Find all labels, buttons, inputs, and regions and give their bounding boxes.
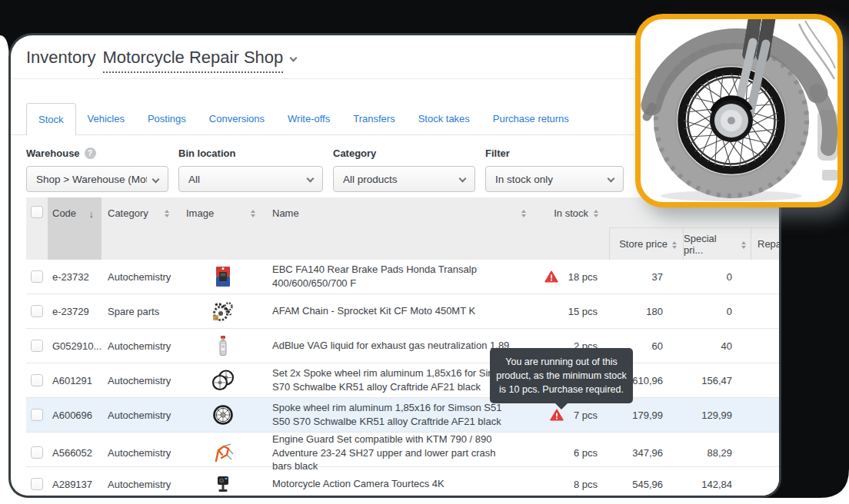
tab-vehicles[interactable]: Vehicles bbox=[76, 103, 136, 134]
cell-special-price: 40 bbox=[683, 329, 751, 363]
column-header-image[interactable]: Image bbox=[180, 197, 266, 260]
sort-icon bbox=[594, 210, 598, 217]
table-row[interactable]: A600696 Autochemistry Spoke wheel rim al… bbox=[26, 398, 779, 433]
cell-code: e-23729 bbox=[48, 294, 102, 328]
cell-repair-price bbox=[751, 329, 779, 363]
dropdown-value: Shop > Warehouse (Moto) bbox=[36, 174, 147, 185]
row-select-cell bbox=[26, 363, 48, 397]
page-background: Inventory Motorcycle Repair Shop StockVe… bbox=[0, 0, 849, 504]
hub bbox=[710, 98, 753, 142]
row-select-cell bbox=[26, 398, 48, 432]
column-label: Name bbox=[272, 207, 299, 219]
table-row[interactable]: A289137 Autochemistry Motorcycle Action … bbox=[26, 467, 779, 496]
sort-icon bbox=[251, 210, 255, 217]
table-row[interactable]: e-23732 Autochemistry EBC FA140 Rear Bra… bbox=[26, 260, 779, 294]
tab-stock-takes[interactable]: Stock takes bbox=[407, 103, 481, 134]
column-header-store-price[interactable]: Store price bbox=[609, 228, 683, 260]
cell-category: Autochemistry bbox=[102, 467, 180, 496]
column-label: Code bbox=[52, 207, 76, 219]
product-photo-callout bbox=[635, 14, 843, 207]
spoke-wheel-icon bbox=[211, 403, 235, 426]
chevron-down-icon bbox=[608, 175, 615, 183]
cell-image bbox=[180, 363, 266, 397]
filter-label: Bin location bbox=[178, 148, 323, 159]
row-checkbox[interactable] bbox=[31, 270, 43, 283]
table-row[interactable]: G052910... Autochemistry AdBlue VAG liqu… bbox=[26, 329, 779, 363]
filter-warehouse: Warehouse?Shop > Warehouse (Moto) bbox=[26, 148, 168, 192]
select-all-checkbox[interactable] bbox=[31, 206, 43, 218]
dropdown-category[interactable]: All products bbox=[333, 166, 475, 192]
row-select-cell bbox=[26, 467, 48, 496]
tab-write-offs[interactable]: Write-offs bbox=[276, 103, 341, 134]
tab-postings[interactable]: Postings bbox=[136, 103, 198, 134]
cell-special-price: 129,99 bbox=[683, 398, 751, 432]
shop-selector[interactable]: Motorcycle Repair Shop bbox=[103, 48, 297, 73]
sort-icon bbox=[672, 241, 677, 249]
filter-bar: Warehouse?Shop > Warehouse (Moto)Bin loc… bbox=[26, 148, 634, 192]
wheel-pair-icon bbox=[211, 369, 235, 392]
row-checkbox[interactable] bbox=[31, 305, 43, 317]
column-header-category[interactable]: Category bbox=[102, 197, 180, 260]
sort-descending-icon: ↓ bbox=[89, 208, 95, 220]
table-row[interactable]: A566052 Autochemistry Engine Guard Set c… bbox=[26, 433, 779, 467]
action-camera-icon bbox=[211, 472, 235, 496]
row-checkbox[interactable] bbox=[31, 374, 43, 386]
table-row[interactable]: A601291 Autochemistry Set 2x Spoke wheel… bbox=[26, 363, 779, 398]
cell-special-price: 156,47 bbox=[683, 363, 751, 397]
cell-code: A600696 bbox=[48, 398, 102, 432]
tab-transfers[interactable]: Transfers bbox=[341, 103, 406, 134]
cell-name: Motorcycle Action Camera Tourtecs 4K bbox=[266, 467, 535, 496]
chevron-down-icon bbox=[152, 175, 160, 183]
column-header-repair-price[interactable]: Repa bbox=[751, 228, 779, 260]
dropdown-filter[interactable]: In stock only bbox=[485, 166, 624, 192]
cell-image bbox=[180, 329, 266, 363]
cell-in-stock: 8 pcs bbox=[535, 467, 609, 496]
brake-pads-icon bbox=[211, 265, 235, 288]
inventory-table: Code ↓ Category Image Name In stock bbox=[26, 197, 779, 496]
row-checkbox[interactable] bbox=[31, 409, 43, 421]
tab-stock[interactable]: Stock bbox=[26, 103, 76, 135]
row-select-cell bbox=[26, 329, 48, 363]
column-header-in-stock[interactable]: In stock bbox=[535, 197, 609, 260]
dropdown-value: All products bbox=[343, 174, 398, 185]
low-stock-warning-icon[interactable] bbox=[550, 409, 564, 421]
column-label: In stock bbox=[554, 207, 588, 219]
column-label: Store price bbox=[619, 238, 668, 250]
cell-store-price: 180 bbox=[609, 294, 683, 328]
cell-code: A601291 bbox=[48, 363, 102, 397]
tab-purchase-returns[interactable]: Purchase returns bbox=[481, 103, 581, 134]
cell-category: Autochemistry bbox=[102, 398, 180, 432]
column-label: Category bbox=[108, 207, 148, 219]
dropdown-warehouse[interactable]: Shop > Warehouse (Moto) bbox=[26, 166, 168, 192]
chain-sprocket-icon bbox=[211, 300, 235, 323]
column-header-name[interactable]: Name bbox=[266, 197, 535, 260]
row-checkbox[interactable] bbox=[31, 478, 43, 490]
chevron-down-icon bbox=[307, 175, 315, 183]
row-checkbox[interactable] bbox=[31, 446, 43, 459]
filter-label: Warehouse? bbox=[26, 148, 168, 159]
tab-conversions[interactable]: Conversions bbox=[198, 103, 276, 134]
column-header-code[interactable]: Code ↓ bbox=[48, 197, 102, 260]
cell-category: Spare parts bbox=[102, 294, 180, 328]
cell-image bbox=[180, 294, 266, 328]
cell-repair-price bbox=[751, 363, 779, 397]
cell-repair-price bbox=[751, 294, 779, 328]
table-row[interactable]: e-23729 Spare parts AFAM Chain - Sprocke… bbox=[26, 294, 779, 329]
adblue-bottle-icon bbox=[211, 334, 235, 357]
column-header-special-price[interactable]: Special pri... bbox=[683, 228, 751, 260]
help-icon[interactable]: ? bbox=[85, 148, 96, 159]
in-stock-value: 8 pcs bbox=[574, 479, 598, 490]
filter-filter: FilterIn stock only bbox=[485, 148, 624, 192]
low-stock-warning-icon[interactable] bbox=[544, 270, 558, 283]
select-all-cell bbox=[26, 197, 48, 260]
cell-special-price: 0 bbox=[683, 260, 751, 293]
cell-image bbox=[180, 467, 266, 496]
dropdown-bin-location[interactable]: All bbox=[178, 166, 323, 192]
chevron-down-icon bbox=[290, 55, 298, 62]
cell-category: Autochemistry bbox=[102, 260, 180, 293]
cell-special-price: 142,84 bbox=[683, 467, 751, 496]
dropdown-value: In stock only bbox=[495, 174, 553, 185]
cell-repair-price bbox=[751, 260, 779, 293]
in-stock-value: 15 pcs bbox=[568, 306, 598, 317]
row-checkbox[interactable] bbox=[31, 340, 43, 352]
